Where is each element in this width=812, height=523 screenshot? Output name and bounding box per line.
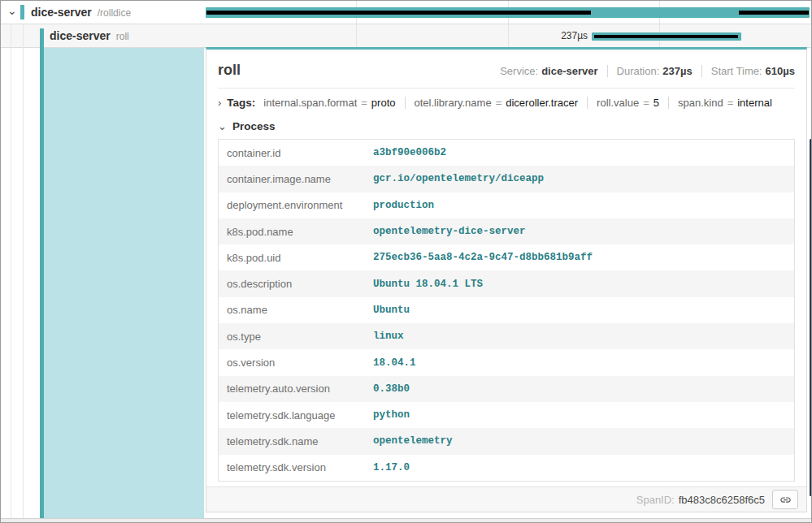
tag-item: otel.library.name=diceroller.tracer <box>415 97 579 109</box>
table-row: k8s.pod.nameopentelemetry-dice-server <box>219 218 794 244</box>
separator <box>668 97 669 109</box>
process-value: python <box>373 409 410 421</box>
start-time-label: Start Time: <box>711 65 762 77</box>
separator <box>607 65 608 77</box>
process-value: opentelemetry-dice-server <box>373 226 526 237</box>
bottom-strip <box>1 518 811 523</box>
process-value: 18.04.1 <box>373 357 416 369</box>
table-row: telemetry.sdk.nameopentelemetry <box>219 428 794 454</box>
process-key: container.id <box>219 147 373 159</box>
process-key: os.type <box>219 331 373 343</box>
service-name: dice-server <box>50 29 111 42</box>
chevron-down-icon[interactable]: ⌄ <box>7 4 17 17</box>
operation-name: roll <box>116 31 129 42</box>
timeline-cell-roll: 237µs <box>204 24 811 47</box>
copy-link-button[interactable] <box>772 490 798 509</box>
process-value: 0.38b0 <box>373 383 410 395</box>
table-row: os.nameUbuntu <box>219 297 794 323</box>
process-key: telemetry.sdk.language <box>219 409 373 421</box>
table-row: telemetry.sdk.version1.17.0 <box>219 455 794 481</box>
span-name-roll: dice-serverroll <box>50 28 129 43</box>
span-title: roll <box>218 62 241 79</box>
span-row-roll[interactable]: dice-serverroll 237µs <box>1 24 811 48</box>
process-section-toggle[interactable]: ⌄ Process <box>218 116 795 139</box>
detail-row-accent-block <box>44 48 204 518</box>
process-key: k8s.pod.name <box>219 226 373 238</box>
tree-guide-line <box>23 24 24 518</box>
table-row: container.image.namegcr.io/opentelemetry… <box>219 166 794 192</box>
table-row: telemetry.auto.version0.38b0 <box>219 376 794 402</box>
process-value: production <box>373 200 434 211</box>
process-table: container.ida3bf90e006b2 container.image… <box>218 139 795 482</box>
chevron-right-icon: › <box>218 97 221 109</box>
span-row-rolldice[interactable]: ⌄ dice-server/rolldice <box>1 1 811 24</box>
span-detail-footer: SpanID: fb483c8c6258f6c5 <box>206 486 806 512</box>
process-value: Ubuntu 18.04.1 LTS <box>373 279 483 290</box>
table-row: container.ida3bf90e006b2 <box>219 140 794 166</box>
service-name: dice-server <box>31 6 92 19</box>
timeline-gridline <box>508 24 509 47</box>
self-time-bar <box>739 11 809 15</box>
table-row: os.typelinux <box>219 323 794 349</box>
process-key: os.name <box>219 304 373 316</box>
start-time-value: 610µs <box>766 65 795 77</box>
process-key: k8s.pod.uid <box>219 252 373 264</box>
link-icon <box>779 494 792 506</box>
jaeger-trace-detail-view: ⌄ dice-server/rolldice dice-serverroll 2… <box>0 0 812 523</box>
spanid-value: fb483c8c6258f6c5 <box>679 494 765 506</box>
tags-section-toggle[interactable]: › Tags: internal.span.format=proto otel.… <box>218 89 795 116</box>
table-row: os.descriptionUbuntu 18.04.1 LTS <box>219 270 794 296</box>
process-value: opentelemetry <box>373 435 453 447</box>
span-detail-header: roll Service: dice-server Duration: 237µ… <box>218 50 795 89</box>
process-key: telemetry.auto.version <box>219 383 373 395</box>
process-key: telemetry.sdk.version <box>219 461 373 473</box>
self-time-bar <box>206 11 591 15</box>
tag-item: span.kind=internal <box>678 97 772 109</box>
process-value: a3bf90e006b2 <box>373 147 446 158</box>
service-color-chip <box>20 5 24 19</box>
separator <box>405 97 406 109</box>
separator <box>701 65 702 77</box>
span-duration-label: 237µs <box>561 24 588 47</box>
chevron-down-icon: ⌄ <box>218 120 227 132</box>
table-row: os.version18.04.1 <box>219 349 794 375</box>
table-row: k8s.pod.uid275ecb36-5aa8-4c2a-9c47-d8bb6… <box>219 244 794 270</box>
process-key: container.image.name <box>219 173 373 185</box>
span-meta: Service: dice-server Duration: 237µs Sta… <box>500 65 795 77</box>
service-label: Service: <box>500 65 538 77</box>
tags-section-label: Tags: <box>227 97 255 109</box>
duration-label: Duration: <box>617 65 660 77</box>
service-value: dice-server <box>541 65 597 77</box>
process-section-label: Process <box>232 120 276 132</box>
process-key: telemetry.sdk.name <box>219 435 373 447</box>
process-value: Ubuntu <box>373 305 410 316</box>
operation-name: /rolldice <box>98 7 131 19</box>
process-value: 1.17.0 <box>373 462 410 473</box>
process-value: 275ecb36-5aa8-4c2a-9c47-d8bb681b9aff <box>373 252 593 263</box>
timeline-cell-rolldice <box>204 1 811 24</box>
spanid-label: SpanID: <box>636 494 675 506</box>
process-value: gcr.io/opentelemetry/diceapp <box>373 173 544 184</box>
tag-item: roll.value=5 <box>597 97 659 109</box>
table-row: deployment.environmentproduction <box>219 192 794 218</box>
timeline-gridline <box>356 24 357 47</box>
tree-guide-line <box>11 24 11 518</box>
span-detail-card: roll Service: dice-server Duration: 237µ… <box>206 47 807 512</box>
table-row: telemetry.sdk.languagepython <box>219 402 794 428</box>
process-value: linux <box>373 331 404 342</box>
process-key: os.version <box>219 357 373 369</box>
tag-item: internal.span.format=proto <box>263 97 395 109</box>
process-key: os.description <box>219 278 373 290</box>
self-time-bar <box>594 35 739 38</box>
span-name-cell-rolldice[interactable]: ⌄ dice-server/rolldice <box>1 1 204 24</box>
process-key: deployment.environment <box>219 199 373 211</box>
span-name-rolldice: dice-server/rolldice <box>31 5 131 19</box>
separator <box>587 97 588 109</box>
duration-value: 237µs <box>662 65 692 77</box>
span-name-cell-roll[interactable]: dice-serverroll <box>1 24 204 47</box>
